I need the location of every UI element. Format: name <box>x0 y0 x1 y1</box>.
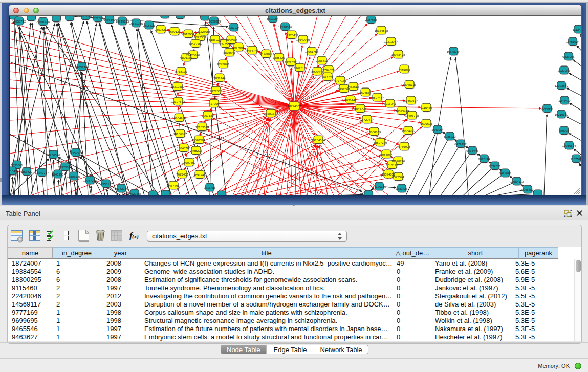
svg-text:9756928: 9756928 <box>398 145 410 148</box>
svg-text:417006: 417006 <box>209 102 220 105</box>
svg-text:1145190: 1145190 <box>52 173 64 176</box>
svg-text:10719155: 10719155 <box>116 20 129 23</box>
svg-text:7357224: 7357224 <box>228 26 240 29</box>
svg-text:8938923: 8938923 <box>444 135 456 138</box>
svg-text:8678334: 8678334 <box>193 139 205 142</box>
svg-text:10653267: 10653267 <box>79 16 93 18</box>
svg-text:16782759: 16782759 <box>115 187 128 190</box>
svg-text:6479197: 6479197 <box>454 143 467 146</box>
svg-text:19463627: 19463627 <box>404 99 418 102</box>
svg-text:3498222: 3498222 <box>190 149 202 152</box>
svg-text:16033809: 16033809 <box>207 20 221 23</box>
svg-text:2522544: 2522544 <box>392 176 404 179</box>
svg-text:23975867: 23975867 <box>58 166 72 169</box>
svg-text:15751024: 15751024 <box>566 40 580 43</box>
svg-text:10671355: 10671355 <box>129 22 143 25</box>
svg-text:10120746: 10120746 <box>391 160 405 163</box>
svg-text:10654112: 10654112 <box>510 180 524 183</box>
svg-text:8990444: 8990444 <box>311 70 323 73</box>
svg-text:10107552: 10107552 <box>171 100 185 103</box>
svg-text:9457791: 9457791 <box>167 184 180 187</box>
svg-text:9329966: 9329966 <box>562 55 575 58</box>
svg-text:17359924: 17359924 <box>69 151 83 155</box>
svg-text:15692971: 15692971 <box>557 129 571 133</box>
svg-text:10046788: 10046788 <box>177 147 191 150</box>
svg-text:10807487: 10807487 <box>371 96 384 99</box>
svg-text:2935114: 2935114 <box>478 158 491 161</box>
svg-text:1244419: 1244419 <box>558 99 571 102</box>
svg-text:1621022: 1621022 <box>321 76 334 79</box>
svg-text:9474444: 9474444 <box>466 149 478 152</box>
svg-text:7485063: 7485063 <box>398 68 410 71</box>
svg-text:12093872: 12093872 <box>555 84 569 87</box>
svg-text:14055712: 14055712 <box>12 20 26 23</box>
svg-text:2087652: 2087652 <box>365 18 377 21</box>
svg-text:20691406: 20691406 <box>36 20 50 24</box>
svg-text:9327508: 9327508 <box>219 42 231 46</box>
svg-text:6466160: 6466160 <box>103 18 116 21</box>
svg-text:12975135: 12975135 <box>403 83 417 86</box>
svg-text:12342737: 12342737 <box>35 171 49 174</box>
svg-text:3716485: 3716485 <box>204 186 216 189</box>
svg-text:3875645: 3875645 <box>223 51 235 54</box>
svg-text:391547: 391547 <box>10 170 17 173</box>
svg-text:1615132: 1615132 <box>386 164 398 167</box>
svg-text:4863226: 4863226 <box>354 107 366 111</box>
svg-text:1800546: 1800546 <box>225 39 237 42</box>
svg-text:17923466: 17923466 <box>128 192 142 195</box>
svg-text:10688609: 10688609 <box>367 130 381 134</box>
svg-text:9245652: 9245652 <box>521 188 534 191</box>
svg-text:3267130: 3267130 <box>202 114 214 117</box>
svg-text:2967608: 2967608 <box>232 46 245 49</box>
svg-text:1156829: 1156829 <box>21 170 33 173</box>
svg-text:1691445: 1691445 <box>193 173 206 177</box>
svg-text:1835061: 1835061 <box>11 164 23 167</box>
svg-text:14136141: 14136141 <box>373 185 386 188</box>
svg-text:20053346: 20053346 <box>75 65 89 69</box>
svg-text:8427552: 8427552 <box>210 90 222 93</box>
svg-text:10973493: 10973493 <box>391 53 405 56</box>
svg-text:16648784: 16648784 <box>447 50 461 53</box>
svg-text:12213967: 12213967 <box>384 40 398 43</box>
svg-text:9115460: 9115460 <box>421 106 433 110</box>
svg-text:6216041: 6216041 <box>384 102 396 105</box>
svg-text:9699695: 9699695 <box>420 122 432 125</box>
svg-text:15654923: 15654923 <box>402 129 416 133</box>
svg-text:9084067: 9084067 <box>380 153 393 156</box>
svg-text:17016504: 17016504 <box>562 144 576 147</box>
svg-text:3215955: 3215955 <box>541 107 553 111</box>
svg-text:8813054: 8813054 <box>267 17 279 20</box>
svg-text:7625402: 7625402 <box>176 173 188 176</box>
svg-text:18807249: 18807249 <box>374 141 387 144</box>
svg-text:7955812: 7955812 <box>316 59 328 62</box>
svg-text:3624554: 3624554 <box>359 91 372 94</box>
svg-text:9227342: 9227342 <box>558 69 570 72</box>
svg-text:1362615: 1362615 <box>294 67 306 70</box>
svg-text:19166827: 19166827 <box>173 133 187 136</box>
svg-text:18724007: 18724007 <box>288 105 301 108</box>
svg-text:12213389: 12213389 <box>171 85 185 89</box>
svg-text:15720407: 15720407 <box>360 118 374 121</box>
svg-text:2803144: 2803144 <box>213 77 226 80</box>
svg-text:15495798: 15495798 <box>405 114 419 117</box>
svg-text:8454749: 8454749 <box>246 49 258 52</box>
svg-text:8471676: 8471676 <box>499 172 511 175</box>
svg-text:1167533: 1167533 <box>571 158 581 161</box>
svg-text:17957255: 17957255 <box>83 179 97 182</box>
svg-text:20206536: 20206536 <box>47 154 60 157</box>
svg-text:(x): (x) <box>132 233 139 240</box>
svg-text:19218506: 19218506 <box>278 26 292 29</box>
svg-text:12353594: 12353594 <box>195 126 209 129</box>
svg-text:7663822: 7663822 <box>155 28 167 31</box>
svg-text:16210643: 16210643 <box>555 113 569 116</box>
svg-text:12505135: 12505135 <box>67 175 81 178</box>
svg-text:7462612: 7462612 <box>347 85 359 89</box>
svg-text:9242848: 9242848 <box>217 63 229 66</box>
svg-text:9660123: 9660123 <box>168 30 181 33</box>
svg-text:2718170: 2718170 <box>175 70 187 73</box>
svg-text:9896150: 9896150 <box>180 56 192 59</box>
svg-text:18640910: 18640910 <box>296 38 310 41</box>
svg-text:19384554: 19384554 <box>312 139 325 142</box>
svg-text:9777169: 9777169 <box>334 79 346 82</box>
svg-text:9322037: 9322037 <box>285 61 297 64</box>
